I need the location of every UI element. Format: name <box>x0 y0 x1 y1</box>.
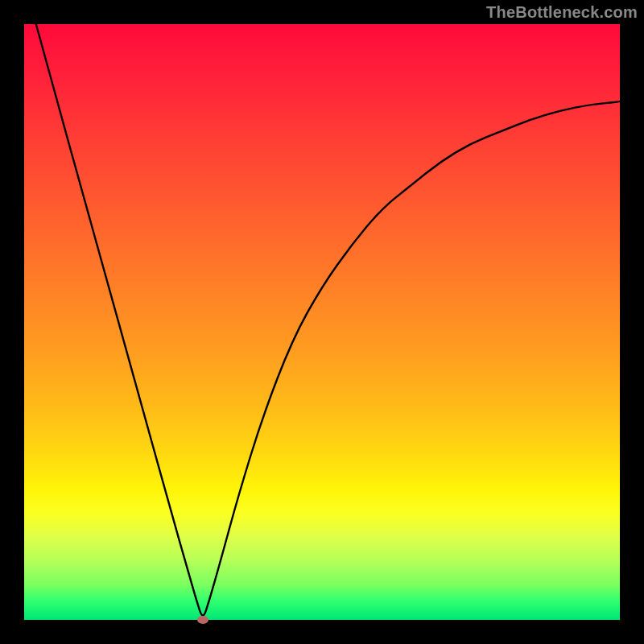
plot-area <box>24 24 620 620</box>
min-marker <box>197 616 208 624</box>
watermark-text: TheBottleneck.com <box>486 3 638 22</box>
curve-path <box>36 24 620 615</box>
chart-stage: TheBottleneck.com <box>0 0 644 644</box>
bottleneck-curve <box>24 24 620 620</box>
